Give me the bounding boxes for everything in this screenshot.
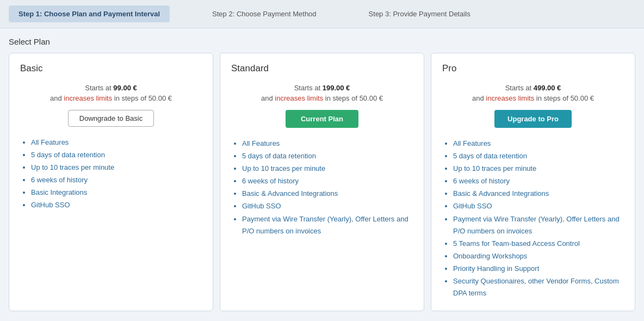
plan-price-standard: Starts at 199.00 € and increases limits …: [231, 84, 413, 102]
basic-features-list: All Features 5 days of data retention Up…: [20, 137, 202, 212]
price-sub-prefix-pro: and: [472, 94, 486, 102]
price-sub-highlight-pro: increases limits: [486, 94, 534, 102]
step-3-label: Step 3: Provide Payment Details: [369, 10, 470, 18]
price-sub-prefix-standard: and: [261, 94, 275, 102]
list-item: GitHub SSO: [242, 200, 413, 212]
list-item: All Features: [453, 138, 624, 150]
steps-bar: Step 1: Choose Plan and Payment Interval…: [0, 0, 644, 28]
plan-name-pro: Pro: [442, 63, 624, 74]
list-item: 6 weeks of history: [242, 175, 413, 187]
list-item: 5 Teams for Team-based Access Control: [453, 238, 624, 250]
plan-card-basic: Basic Starts at 99.00 € and increases li…: [9, 53, 213, 311]
list-item: GitHub SSO: [453, 200, 624, 212]
step-3[interactable]: Step 3: Provide Payment Details: [359, 5, 480, 22]
price-sub-highlight-basic: increases limits: [64, 94, 112, 102]
price-sub-suffix-basic: in steps of 50.00 €: [112, 94, 172, 102]
list-item: Basic & Advanced Integrations: [453, 188, 624, 200]
price-starts-pro: Starts at: [505, 84, 534, 92]
price-sub-suffix-standard: in steps of 50.00 €: [323, 94, 383, 102]
current-plan-button[interactable]: Current Plan: [286, 110, 358, 128]
list-item: Basic Integrations: [31, 187, 202, 199]
list-item: All Features: [242, 138, 413, 150]
list-item: Onboarding Workshops: [453, 250, 624, 262]
list-item: Basic & Advanced Integrations: [242, 188, 413, 200]
plans-grid: Basic Starts at 99.00 € and increases li…: [9, 53, 635, 311]
step-2-label: Step 2: Choose Payment Method: [212, 10, 317, 18]
price-value-standard: 199.00 €: [323, 84, 350, 92]
upgrade-button[interactable]: Upgrade to Pro: [494, 110, 572, 128]
list-item: Priority Handling in Support: [453, 263, 624, 275]
price-starts-basic: Starts at: [85, 84, 113, 92]
list-item: All Features: [31, 137, 202, 149]
step-1[interactable]: Step 1: Choose Plan and Payment Interval: [9, 5, 170, 22]
list-item: Up to 10 traces per minute: [31, 162, 202, 174]
price-sub-suffix-pro: in steps of 50.00 €: [534, 94, 594, 102]
list-item: Security Questionaires, other Vendor For…: [453, 275, 624, 299]
pro-features-list: All Features 5 days of data retention Up…: [442, 138, 624, 299]
list-item: 6 weeks of history: [31, 174, 202, 186]
price-value-pro: 499.00 €: [534, 84, 561, 92]
plan-price-basic: Starts at 99.00 € and increases limits i…: [20, 84, 202, 102]
price-value-basic: 99.00 €: [113, 84, 137, 92]
list-item: Up to 10 traces per minute: [453, 163, 624, 175]
plan-price-pro: Starts at 499.00 € and increases limits …: [442, 84, 624, 102]
price-sub-highlight-standard: increases limits: [275, 94, 323, 102]
list-item: GitHub SSO: [31, 199, 202, 211]
standard-features-list: All Features 5 days of data retention Up…: [231, 138, 413, 237]
plan-name-basic: Basic: [20, 63, 202, 74]
list-item: Payment via Wire Transfer (Yearly), Offe…: [453, 213, 624, 237]
list-item: 6 weeks of history: [453, 175, 624, 187]
price-sub-prefix-basic: and: [50, 94, 64, 102]
step-1-label: Step 1: Choose Plan and Payment Interval: [18, 10, 160, 18]
list-item: 5 days of data retention: [453, 150, 624, 162]
price-starts-standard: Starts at: [294, 84, 323, 92]
downgrade-button[interactable]: Downgrade to Basic: [68, 110, 154, 127]
list-item: 5 days of data retention: [242, 150, 413, 162]
plan-card-standard: Standard Starts at 199.00 € and increase…: [220, 53, 424, 311]
step-2[interactable]: Step 2: Choose Payment Method: [202, 5, 326, 22]
select-plan-heading: Select Plan: [9, 37, 635, 46]
list-item: 5 days of data retention: [31, 149, 202, 161]
plan-name-standard: Standard: [231, 63, 413, 74]
list-item: Payment via Wire Transfer (Yearly), Offe…: [242, 213, 413, 237]
list-item: Up to 10 traces per minute: [242, 163, 413, 175]
plan-card-pro: Pro Starts at 499.00 € and increases lim…: [431, 53, 635, 311]
